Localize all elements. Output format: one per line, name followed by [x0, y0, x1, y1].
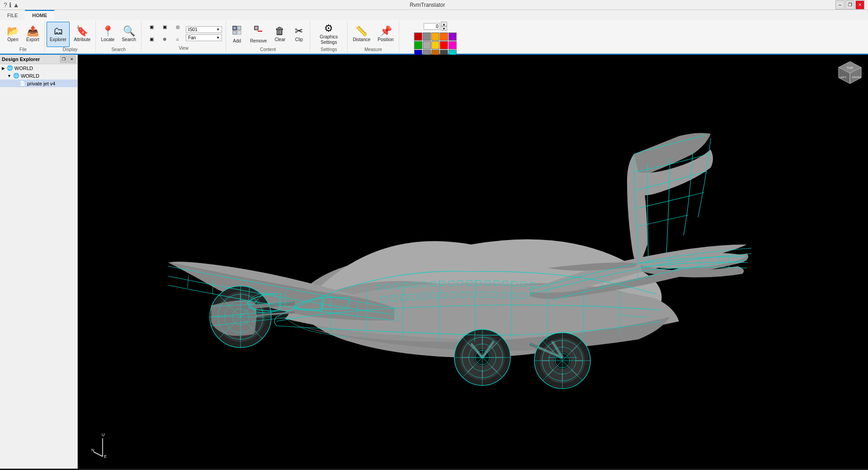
- position-button[interactable]: 📌 Position: [374, 22, 397, 47]
- search-button[interactable]: 🔍 Search: [118, 22, 139, 47]
- distance-button[interactable]: 📏 Distance: [349, 22, 373, 47]
- view-dropdowns: IS01 ▼ Fan ▼: [186, 22, 222, 46]
- axis-indicator: U N E: [91, 432, 114, 460]
- export-button[interactable]: 📤 Export: [23, 22, 42, 47]
- view-cube[interactable]: TOP LEFT FRONT: [836, 59, 863, 86]
- tab-file[interactable]: FILE: [0, 10, 25, 20]
- explorer-button[interactable]: 🗂 Explorer: [47, 22, 70, 47]
- sidebar-restore-button[interactable]: ❐: [60, 56, 67, 63]
- attribute-button[interactable]: 🔖 Attribute: [71, 22, 94, 47]
- svg-text:FRONT: FRONT: [852, 76, 862, 79]
- color-swatch-5[interactable]: [414, 41, 422, 49]
- remove-button[interactable]: Remove: [247, 22, 270, 47]
- attribute-label: Attribute: [74, 37, 90, 42]
- color-number-input[interactable]: 0: [424, 23, 440, 30]
- add-label: Add: [233, 38, 241, 44]
- color-spin-down[interactable]: ▼: [441, 26, 447, 31]
- graphics-label: Graphics Settings: [315, 34, 342, 45]
- position-icon: 📌: [380, 26, 392, 36]
- view-fan-dropdown[interactable]: Fan ▼: [186, 34, 222, 41]
- view-iso-dropdown[interactable]: IS01 ▼: [186, 26, 222, 33]
- svg-rect-1: [237, 26, 241, 30]
- open-button[interactable]: 📂 Open: [4, 22, 22, 47]
- tree-item-file1[interactable]: ▶ 📄 private jet v4: [0, 80, 77, 87]
- clip-label: Clip: [295, 37, 303, 42]
- graphics-button[interactable]: ⚙ Graphics Settings: [312, 22, 345, 47]
- svg-rect-0: [233, 26, 236, 30]
- settings-group-label: Settings: [321, 47, 337, 53]
- attribute-icon: 🔖: [76, 26, 88, 36]
- color-spin-up[interactable]: ▲: [441, 22, 447, 26]
- clear-label: Clear: [274, 37, 285, 42]
- help-icon[interactable]: ?: [4, 1, 7, 9]
- add-button[interactable]: Add: [228, 22, 246, 47]
- sidebar-close-button[interactable]: ✕: [68, 56, 75, 63]
- search-label: Search: [122, 37, 136, 42]
- view-btn-2[interactable]: ▣: [158, 22, 171, 32]
- tree-item-world2[interactable]: ▼ 🌐 WORLD: [0, 72, 77, 80]
- view-iso-label: IS01: [188, 27, 198, 32]
- clear-icon: 🗑: [275, 26, 285, 36]
- clip-icon: ✂: [295, 26, 303, 36]
- sidebar-title: Design Explorer: [2, 56, 40, 62]
- remove-icon: [253, 25, 264, 38]
- info-icon[interactable]: ℹ: [9, 1, 11, 9]
- color-swatch-1[interactable]: [423, 33, 431, 41]
- svg-text:U: U: [102, 432, 105, 437]
- svg-rect-2: [233, 31, 236, 34]
- view-group-label: View: [179, 46, 189, 52]
- color-swatch-2[interactable]: [431, 33, 439, 41]
- toolbar-group-settings: ⚙ Graphics Settings Settings: [310, 21, 348, 52]
- tab-home[interactable]: HOME: [25, 10, 54, 20]
- window-controls: – ❐ ✕: [835, 0, 864, 9]
- color-swatch-4[interactable]: [448, 33, 457, 41]
- clear-button[interactable]: 🗑 Clear: [271, 22, 289, 47]
- view-btn-3[interactable]: ◎: [171, 22, 184, 32]
- arrow-icon[interactable]: ▲: [13, 1, 19, 9]
- toolbar-group-display: 🗂 Explorer 🔖 Attribute Display: [45, 21, 96, 52]
- color-swatch-3[interactable]: [440, 33, 448, 41]
- tree-item-world1[interactable]: ▶ 🌐 WORLD: [0, 64, 77, 72]
- viewport-svg: [78, 55, 868, 469]
- view-btn-5[interactable]: ⊕: [158, 34, 171, 44]
- toolbar-group-search: 📍 Locate 🔍 Search Search: [96, 21, 142, 52]
- color-swatch-6[interactable]: [423, 41, 431, 49]
- restore-button[interactable]: ❐: [845, 0, 854, 9]
- tree-label-world1: WORLD: [14, 66, 33, 71]
- toolbar-group-file: 📂 Open 📤 Export File: [2, 21, 45, 52]
- file-buttons: 📂 Open 📤 Export: [4, 22, 42, 47]
- open-icon: 📂: [7, 26, 19, 36]
- search-icon: 🔍: [123, 26, 135, 36]
- distance-icon: 📏: [355, 26, 368, 36]
- title-icons: ? ℹ ▲: [4, 1, 19, 9]
- view-btn-6[interactable]: ⌂: [171, 34, 184, 44]
- locate-button[interactable]: 📍 Locate: [98, 22, 118, 47]
- minimize-button[interactable]: –: [835, 0, 844, 9]
- view-fan-label: Fan: [188, 35, 196, 40]
- svg-rect-3: [237, 31, 241, 34]
- color-number-group: 0 ▲ ▼: [424, 22, 447, 31]
- viewport[interactable]: U N E TOP LEFT FRONT: [78, 55, 868, 469]
- close-button[interactable]: ✕: [855, 0, 864, 9]
- svg-text:TOP: TOP: [847, 66, 854, 70]
- file-group-label: File: [19, 47, 27, 53]
- world2-icon: 🌐: [13, 73, 19, 79]
- remove-label: Remove: [250, 38, 267, 44]
- color-swatch-9[interactable]: [448, 41, 457, 49]
- measure-group-label: Measure: [364, 47, 382, 53]
- tab-row: FILE HOME: [0, 10, 868, 20]
- color-swatch-8[interactable]: [440, 41, 448, 49]
- color-swatch-7[interactable]: [431, 41, 439, 49]
- toolbar-group-measure: 📏 Distance 📌 Position Measure: [348, 21, 399, 52]
- locate-icon: 📍: [102, 26, 114, 36]
- color-swatch-0[interactable]: [414, 33, 422, 41]
- clip-button[interactable]: ✂ Clip: [290, 22, 308, 47]
- toolbar-group-color: 0 ▲ ▼ Color: [399, 21, 472, 52]
- export-label: Export: [26, 37, 39, 42]
- content-buttons: Add Remove 🗑 Clear ✂: [228, 22, 308, 47]
- view-btn-4[interactable]: ▣: [145, 34, 158, 44]
- open-label: Open: [7, 37, 18, 42]
- sidebar: Design Explorer ❐ ✕ ▶ 🌐 WORLD ▼ 🌐 WORLD …: [0, 55, 78, 469]
- view-btn-1[interactable]: ▣: [145, 22, 158, 32]
- toolbar-group-view: ▣ ▣ ◎ ▣ ⊕ ⌂ IS01 ▼ Fan: [142, 21, 226, 52]
